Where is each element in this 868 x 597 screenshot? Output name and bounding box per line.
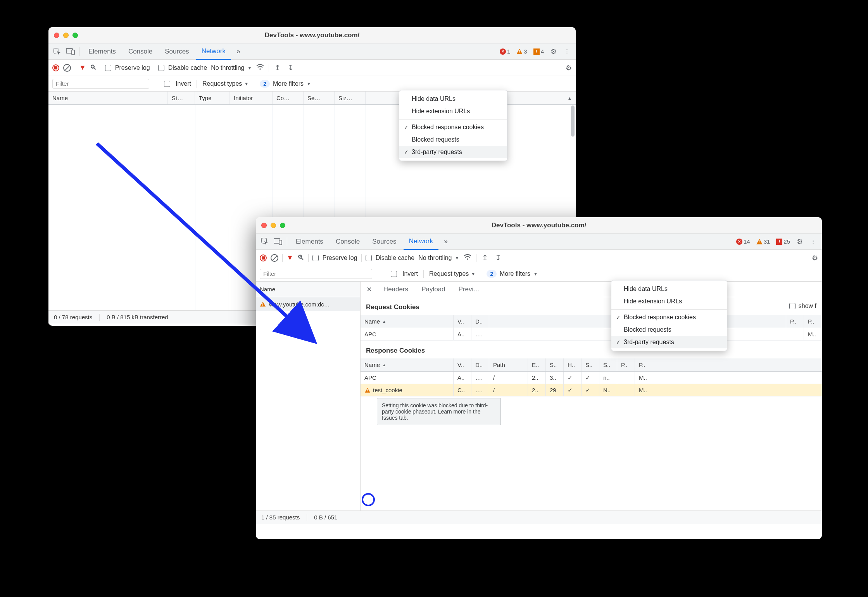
request-types-dropdown[interactable]: Request types▼ (202, 80, 248, 87)
settings-icon[interactable]: ⚙ (794, 236, 806, 247)
col-pa[interactable]: P.. (617, 358, 635, 371)
clear-button[interactable] (63, 64, 71, 72)
table-row[interactable]: APC A.. …. / 2.. 3.. ✓ ✓ n.. M.. (361, 372, 822, 384)
record-button[interactable] (260, 254, 267, 261)
col-http[interactable]: H.. (564, 358, 582, 371)
search-icon[interactable]: 🔍︎ (297, 254, 304, 262)
kebab-icon[interactable]: ⋮ (807, 236, 819, 247)
minimize-icon[interactable] (271, 223, 276, 228)
tab-console[interactable]: Console (123, 43, 158, 59)
close-icon[interactable] (54, 33, 59, 38)
warning-badge[interactable]: 3 (514, 48, 529, 55)
upload-icon[interactable]: ↥ (273, 63, 282, 72)
more-filters-dropdown[interactable]: 2 More filters ▼ (260, 80, 311, 88)
col-name[interactable]: Name (361, 358, 454, 371)
download-icon[interactable]: ↧ (286, 63, 295, 72)
more-tabs-icon[interactable]: » (440, 236, 452, 247)
issues-badge[interactable]: 4 (531, 48, 546, 55)
more-tabs-icon[interactable]: » (233, 46, 244, 57)
col-name[interactable]: Name (256, 282, 360, 297)
menu-hide-ext-urls[interactable]: Hide extension URLs (399, 105, 507, 118)
filter-input[interactable] (260, 269, 372, 279)
error-badge[interactable]: 14 (734, 238, 752, 245)
tab-network[interactable]: Network (404, 234, 438, 250)
record-button[interactable] (52, 64, 59, 71)
zoom-icon[interactable] (72, 33, 78, 38)
upload-icon[interactable]: ↥ (480, 253, 490, 262)
menu-hide-data-urls[interactable]: Hide data URLs (399, 93, 507, 105)
tab-sources[interactable]: Sources (159, 43, 194, 59)
col-domain[interactable]: D.. (471, 315, 489, 328)
kebab-icon[interactable]: ⋮ (561, 46, 573, 57)
col-value[interactable]: V.. (454, 315, 471, 328)
disable-cache-checkbox[interactable] (158, 65, 164, 71)
menu-blocked-requests[interactable]: Blocked requests (611, 324, 727, 336)
preserve-log-checkbox[interactable] (312, 255, 319, 261)
tab-console[interactable]: Console (330, 234, 365, 249)
zoom-icon[interactable] (280, 223, 285, 228)
col-initiator[interactable]: Initiator (230, 92, 273, 104)
invert-checkbox[interactable] (164, 81, 170, 87)
gear-icon[interactable]: ⚙ (566, 64, 572, 72)
issues-badge[interactable]: 25 (774, 238, 792, 245)
menu-3rd-party[interactable]: 3rd-party requests (611, 336, 727, 348)
tab-elements[interactable]: Elements (83, 43, 121, 59)
tab-headers[interactable]: Headers (379, 286, 413, 293)
minimize-icon[interactable] (63, 33, 69, 38)
col-path[interactable]: Path (489, 358, 528, 371)
close-detail-icon[interactable]: × (364, 284, 375, 294)
close-icon[interactable] (261, 223, 267, 228)
filter-icon[interactable]: ▼ (286, 254, 293, 262)
filter-icon[interactable]: ▼ (79, 64, 86, 72)
download-icon[interactable]: ↧ (494, 253, 503, 262)
tab-sources[interactable]: Sources (367, 234, 402, 249)
menu-blocked-resp-cookies[interactable]: Blocked response cookies (611, 311, 727, 324)
tab-payload[interactable]: Payload (417, 286, 450, 293)
clear-button[interactable] (271, 254, 278, 262)
menu-blocked-requests[interactable]: Blocked requests (399, 133, 507, 146)
settings-icon[interactable]: ⚙ (548, 46, 559, 57)
preserve-log-checkbox[interactable] (105, 65, 111, 71)
col-secure[interactable]: S.. (582, 358, 599, 371)
device-toolbar-icon[interactable] (272, 236, 284, 247)
menu-hide-data-urls[interactable]: Hide data URLs (611, 283, 727, 295)
wifi-icon[interactable] (463, 254, 472, 262)
col-expires[interactable]: E.. (528, 358, 546, 371)
col-pa[interactable]: P.. (786, 315, 804, 328)
error-badge[interactable]: 1 (497, 48, 513, 55)
disable-cache-checkbox[interactable] (366, 255, 372, 261)
col-name[interactable]: Name (361, 315, 454, 328)
scrollbar[interactable] (571, 106, 575, 137)
tab-elements[interactable]: Elements (290, 234, 329, 249)
col-priority[interactable]: P.. (635, 358, 653, 371)
table-row-blocked[interactable]: test_cookie C.. …. / 2.. 29 ✓ ✓ N.. M.. (361, 384, 822, 396)
filter-input[interactable] (52, 79, 149, 89)
menu-3rd-party[interactable]: 3rd-party requests (399, 146, 507, 158)
inspect-icon[interactable] (259, 236, 271, 247)
more-filters-dropdown[interactable]: 2 More filters ▼ (487, 270, 538, 278)
device-toolbar-icon[interactable] (65, 46, 76, 57)
col-value[interactable]: V.. (454, 358, 471, 371)
wifi-icon[interactable] (255, 64, 265, 72)
table-row[interactable]: APC A.. …. M.. (361, 328, 822, 341)
col-pr[interactable]: P.. (804, 315, 822, 328)
col-samesite[interactable]: S.. (599, 358, 617, 371)
col-co[interactable]: Co… (273, 92, 304, 104)
col-type[interactable]: Type (195, 92, 230, 104)
gear-icon[interactable]: ⚙ (812, 254, 818, 262)
col-domain[interactable]: D.. (471, 358, 489, 371)
search-icon[interactable]: 🔍︎ (90, 64, 97, 72)
menu-blocked-resp-cookies[interactable]: Blocked response cookies (399, 121, 507, 133)
tab-preview[interactable]: Previ… (454, 286, 485, 293)
col-se[interactable]: Se… (304, 92, 335, 104)
invert-checkbox[interactable] (391, 271, 397, 277)
throttling-select[interactable]: No throttling▼ (211, 64, 252, 71)
tab-network[interactable]: Network (196, 44, 231, 60)
throttling-select[interactable]: No throttling▼ (418, 254, 459, 261)
request-row[interactable]: www.youtube.com;dc… (256, 297, 360, 311)
request-types-dropdown[interactable]: Request types▼ (429, 270, 475, 277)
inspect-icon[interactable] (52, 46, 63, 57)
col-name[interactable]: Name (48, 92, 168, 104)
show-filtered[interactable]: show f (789, 303, 816, 310)
col-size[interactable]: Siz… (335, 92, 366, 104)
